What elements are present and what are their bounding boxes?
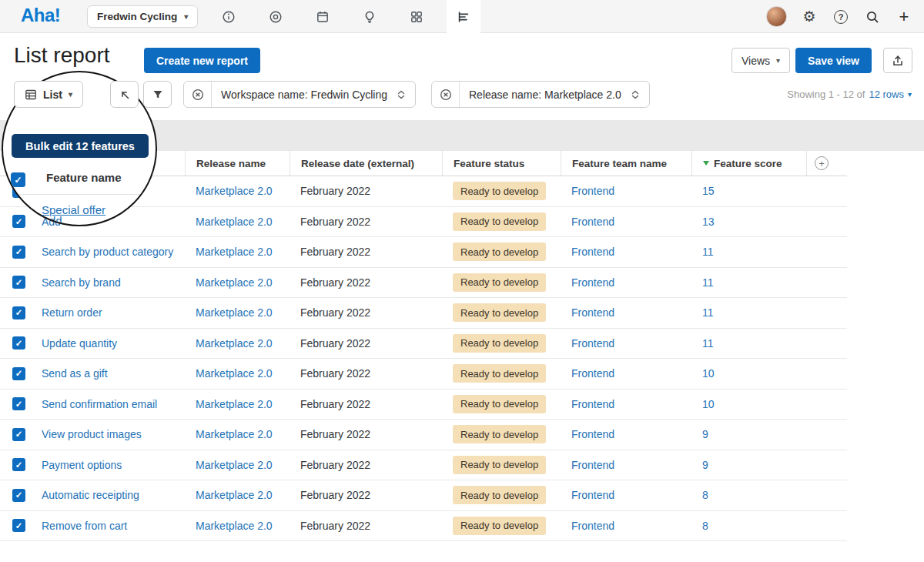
goals-icon[interactable]: [259, 0, 293, 34]
view-type-label: List: [43, 89, 62, 101]
feature-score-link[interactable]: 11: [702, 246, 714, 258]
row-select-cell: ✓: [0, 276, 31, 289]
feature-score-link[interactable]: 13: [702, 216, 715, 228]
release-name-link[interactable]: Marketplace 2.0: [196, 216, 273, 228]
column-header-feature-status[interactable]: Feature status: [442, 151, 561, 176]
filter-chip-label[interactable]: Workspace name: Fredwin Cycling: [212, 89, 395, 101]
updown-arrows-icon[interactable]: [629, 89, 649, 101]
page-title: List report: [14, 43, 110, 68]
row-checkbox[interactable]: ✓: [12, 458, 25, 471]
column-header-release-date[interactable]: Release date (external): [290, 151, 442, 176]
column-header-release-name[interactable]: Release name: [185, 151, 290, 176]
feature-name-link[interactable]: View product images: [42, 428, 142, 440]
feature-name-link[interactable]: Search by product category: [42, 246, 173, 258]
feature-score-link[interactable]: 8: [702, 520, 708, 532]
reports-icon[interactable]: [447, 0, 480, 34]
row-select-cell: ✓: [0, 397, 31, 410]
info-icon[interactable]: [212, 0, 246, 34]
views-dropdown-button[interactable]: Views ▾: [732, 48, 790, 73]
release-name-link[interactable]: Marketplace 2.0: [196, 459, 273, 471]
feature-team-link[interactable]: Frontend: [571, 459, 614, 471]
feature-score-link[interactable]: 11: [702, 337, 714, 350]
feature-team-link[interactable]: Frontend: [571, 337, 614, 350]
feature-score-link[interactable]: 8: [702, 489, 708, 501]
release-name-link[interactable]: Marketplace 2.0: [196, 489, 273, 501]
aha-logo[interactable]: Aha!: [21, 5, 60, 26]
select-all-checkbox[interactable]: ✓: [11, 172, 25, 187]
feature-score-link[interactable]: 9: [702, 459, 708, 471]
filter-chip-label[interactable]: Release name: Marketplace 2.0: [460, 89, 629, 101]
feature-score-link[interactable]: 11: [702, 306, 714, 319]
row-checkbox[interactable]: ✓: [12, 276, 25, 289]
row-checkbox[interactable]: ✓: [12, 367, 25, 380]
release-name-link[interactable]: Marketplace 2.0: [196, 520, 273, 532]
feature-name-link[interactable]: Remove from cart: [42, 520, 127, 532]
feature-team-link[interactable]: Frontend: [571, 276, 614, 289]
circle-x-icon: [440, 89, 452, 101]
add-plus-icon[interactable]: +: [895, 5, 913, 28]
user-avatar[interactable]: [766, 5, 787, 28]
save-view-button[interactable]: Save view: [795, 48, 872, 73]
column-header-feature-team[interactable]: Feature team name: [561, 151, 691, 176]
feature-team-link[interactable]: Frontend: [571, 246, 614, 258]
add-column-button[interactable]: +: [815, 156, 829, 170]
feature-team-link[interactable]: Frontend: [571, 306, 614, 319]
updown-arrows-icon[interactable]: [395, 89, 415, 101]
share-export-button[interactable]: [883, 48, 912, 73]
pivot-arrow-button[interactable]: [110, 81, 139, 108]
remove-filter-button[interactable]: [184, 82, 212, 107]
help-icon[interactable]: ?: [832, 5, 850, 28]
feature-team-link[interactable]: Frontend: [571, 185, 614, 197]
feature-name-link[interactable]: Search by brand: [42, 276, 121, 289]
row-checkbox[interactable]: ✓: [12, 246, 25, 259]
row-checkbox[interactable]: ✓: [12, 397, 25, 410]
features-grid-icon[interactable]: [400, 0, 434, 34]
release-name-link[interactable]: Marketplace 2.0: [196, 246, 273, 258]
row-count-link[interactable]: 12 rows: [869, 89, 904, 100]
create-new-report-button[interactable]: Create new report: [144, 48, 260, 73]
feature-score-link[interactable]: 11: [702, 276, 714, 289]
release-name-link[interactable]: Marketplace 2.0: [196, 428, 273, 440]
feature-team-link[interactable]: Frontend: [571, 216, 614, 228]
feature-team-link[interactable]: Frontend: [571, 520, 614, 532]
feature-score-link[interactable]: 10: [702, 398, 715, 410]
feature-team-link[interactable]: Frontend: [571, 398, 614, 410]
view-type-list-button[interactable]: List ▾: [14, 81, 83, 108]
remove-filter-button[interactable]: [432, 82, 460, 107]
calendar-icon[interactable]: [306, 0, 340, 34]
release-name-link[interactable]: Marketplace 2.0: [196, 367, 273, 380]
feature-team-link[interactable]: Frontend: [571, 428, 614, 440]
chevron-down-icon[interactable]: ▾: [908, 91, 912, 99]
feature-name-link[interactable]: Return order: [42, 306, 102, 319]
release-name-link[interactable]: Marketplace 2.0: [196, 337, 273, 350]
settings-gear-icon[interactable]: ⚙: [800, 5, 819, 28]
feature-score-link[interactable]: 9: [702, 428, 708, 440]
release-name-link[interactable]: Marketplace 2.0: [196, 276, 273, 289]
row-checkbox[interactable]: ✓: [12, 489, 25, 502]
row-checkbox[interactable]: ✓: [12, 519, 25, 532]
feature-score-link[interactable]: 10: [702, 367, 715, 380]
feature-name-link[interactable]: Update quantity: [42, 337, 117, 350]
feature-score-link[interactable]: 15: [702, 185, 715, 197]
row-checkbox[interactable]: ✓: [12, 336, 25, 350]
feature-team-link[interactable]: Frontend: [571, 367, 614, 380]
row-checkbox[interactable]: ✓: [12, 306, 25, 319]
bulk-edit-button[interactable]: Bulk edit 12 features: [12, 134, 149, 158]
row-checkbox[interactable]: ✓: [12, 428, 25, 441]
feature-name-link[interactable]: Send confirmation email: [42, 398, 157, 410]
release-name-link[interactable]: Marketplace 2.0: [196, 306, 273, 319]
feature-name-link[interactable]: Send as a gift: [42, 367, 108, 380]
release-name-link[interactable]: Marketplace 2.0: [196, 185, 273, 197]
feature-name-link[interactable]: Payment options: [42, 459, 122, 471]
row-checkbox[interactable]: ✓: [12, 215, 25, 228]
feature-team-link[interactable]: Frontend: [571, 489, 614, 501]
search-icon[interactable]: [863, 5, 882, 28]
column-header-feature-score[interactable]: Feature score: [691, 151, 807, 176]
ideas-lightbulb-icon[interactable]: [353, 0, 387, 34]
workspace-selector[interactable]: Fredwin Cycling ▾: [87, 5, 198, 28]
question-glyph: ?: [834, 10, 848, 24]
release-name-link[interactable]: Marketplace 2.0: [196, 398, 273, 410]
avatar-image: [766, 6, 787, 27]
filter-funnel-button[interactable]: [143, 81, 172, 108]
feature-name-link[interactable]: Automatic receipting: [42, 489, 139, 501]
